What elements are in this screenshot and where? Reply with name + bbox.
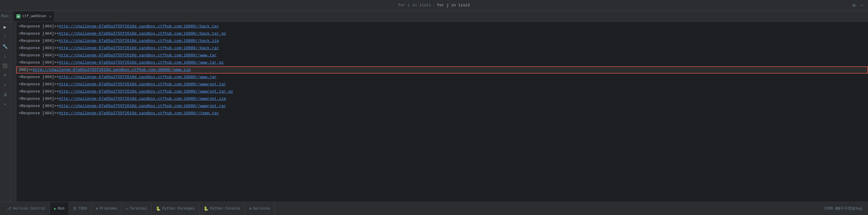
scroll-up-button[interactable]: ↑	[1, 33, 9, 41]
console-line: 200]>+http://challenge-67a05a3755f2610d.…	[16, 66, 868, 74]
bottom-tab-run[interactable]: ▶ Run	[50, 202, 69, 215]
top-breadcrumb-bar: for i in list1 › for j in list2 ⚙ ─	[0, 0, 868, 11]
console-line: <Response [404]>+http://challenge-67a05a…	[16, 45, 868, 52]
console-line: <Response [404]>+http://challenge-67a05a…	[16, 95, 868, 103]
run-tab-close[interactable]: ✕	[49, 14, 51, 19]
response-prefix: <Response [404]>+	[19, 75, 59, 79]
console-line: <Response [404]>+http://challenge-67a05a…	[16, 103, 868, 110]
run-bar: Run: ▶ ctf_webScan ✕	[0, 11, 868, 22]
bottom-tab-problems[interactable]: ⊕ Problems	[92, 202, 121, 215]
console-url-link[interactable]: http://challenge-67a05a3755f2610d.sandbo…	[59, 24, 219, 29]
services-label: Services	[253, 207, 271, 211]
breadcrumb-item-1[interactable]: for i in list1	[398, 3, 431, 7]
console-url-link[interactable]: http://challenge-67a05a3755f2610d.sandbo…	[59, 53, 217, 58]
response-prefix: 200]>+	[19, 68, 33, 72]
console-url-link[interactable]: http://challenge-67a05a3755f2610d.sandbo…	[59, 46, 219, 50]
console-url-link[interactable]: http://challenge-67a05a3755f2610d.sandbo…	[59, 97, 226, 101]
console-line: <Response [404]>+http://challenge-67a05a…	[16, 23, 868, 30]
left-toolbar: ▶ ↑ 🔧 ↓ ⬛ ≡ ⇑ 🖨 ✂	[0, 22, 10, 202]
side-labels: Structure Bookmarks	[10, 22, 16, 202]
bottom-right-text: CSDN @猴子不想改bug	[824, 206, 866, 211]
bottom-tab-python-packages[interactable]: 🐍 Python Packages	[152, 202, 199, 215]
bottom-tab-services[interactable]: ⚙ Services	[245, 202, 275, 215]
console-line: <Response [404]>+http://challenge-67a05a…	[16, 88, 868, 95]
console-url-link[interactable]: http://challenge-67a05a3755f2610d.sandbo…	[59, 82, 226, 86]
console-url-link[interactable]: http://challenge-67a05a3755f2610d.sandbo…	[33, 68, 191, 72]
response-prefix: <Response [404]>+	[19, 31, 59, 36]
terminal-icon: ▭	[126, 206, 128, 211]
run-tab-label: Run	[58, 207, 65, 211]
python-packages-icon: 🐍	[156, 206, 161, 211]
bottom-tab-version-control[interactable]: ⎇ Version Control	[2, 202, 50, 215]
bottom-tab-todo[interactable]: ☰ TODO	[69, 202, 92, 215]
response-prefix: <Response [404]>+	[19, 111, 59, 115]
console-line: <Response [404]>+http://challenge-67a05a…	[16, 74, 868, 81]
response-prefix: <Response [404]>+	[19, 82, 59, 86]
services-icon: ⚙	[249, 206, 252, 211]
console-line: <Response [404]>+http://challenge-67a05a…	[16, 59, 868, 66]
version-control-label: Version Control	[13, 207, 45, 211]
response-prefix: <Response [404]>+	[19, 53, 59, 58]
top-bar-actions: ⚙ ─	[851, 2, 864, 9]
todo-icon: ☰	[73, 206, 77, 211]
console-line: <Response [404]>+http://challenge-67a05a…	[16, 52, 868, 59]
stop-button[interactable]: ⬛	[1, 62, 9, 70]
wrench-button[interactable]: 🔧	[1, 42, 9, 51]
run-button[interactable]: ▶	[1, 23, 9, 31]
main-area: ▶ ↑ 🔧 ↓ ⬛ ≡ ⇑ 🖨 ✂ Structure Bookmarks <R…	[0, 22, 868, 202]
bottom-tab-python-console[interactable]: 🐍 Python Console	[199, 202, 245, 215]
response-prefix: <Response [404]>+	[19, 24, 59, 29]
console-url-link[interactable]: http://challenge-67a05a3755f2610d.sandbo…	[59, 75, 217, 79]
todo-label: TODO	[78, 207, 87, 211]
format-button[interactable]: ≡	[1, 71, 9, 80]
scroll-down-button[interactable]: ↓	[1, 52, 9, 60]
console-url-link[interactable]: http://challenge-67a05a3755f2610d.sandbo…	[59, 60, 224, 65]
console-url-link[interactable]: http://challenge-67a05a3755f2610d.sandbo…	[59, 89, 233, 94]
console-url-link[interactable]: http://challenge-67a05a3755f2610d.sandbo…	[59, 31, 226, 36]
console-output[interactable]: <Response [404]>+http://challenge-67a05a…	[16, 22, 868, 202]
console-line: <Response [404]>+http://challenge-67a05a…	[16, 110, 868, 117]
breadcrumb-sep: ›	[433, 3, 435, 7]
terminal-label: Terminal	[130, 207, 147, 211]
run-label: Run:	[1, 14, 10, 19]
run-tab-ctf-webscan[interactable]: ▶ ctf_webScan ✕	[13, 11, 55, 22]
print-button[interactable]: 🖨	[1, 91, 9, 99]
console-line: <Response [404]>+http://challenge-67a05a…	[16, 37, 868, 45]
breadcrumb-item-2[interactable]: for j in list2	[437, 3, 470, 7]
console-line: <Response [404]>+http://challenge-67a05a…	[16, 30, 868, 37]
run-tab-name: ctf_webScan	[22, 14, 46, 19]
response-prefix: <Response [404]>+	[19, 46, 59, 50]
console-url-link[interactable]: http://challenge-67a05a3755f2610d.sandbo…	[59, 39, 219, 43]
scissors-button[interactable]: ✂	[1, 100, 9, 109]
response-prefix: <Response [404]>+	[19, 39, 59, 43]
breadcrumb: for i in list1 › for j in list2	[398, 3, 470, 7]
problems-icon: ⊕	[96, 206, 98, 211]
minimize-icon[interactable]: ─	[859, 2, 864, 9]
python-packages-label: Python Packages	[162, 207, 195, 211]
console-url-link[interactable]: http://challenge-67a05a3755f2610d.sandbo…	[59, 111, 219, 115]
run-tab-icon: ▶	[16, 14, 21, 19]
bottom-tab-terminal[interactable]: ▭ Terminal	[122, 202, 152, 215]
response-prefix: <Response [404]>+	[19, 104, 59, 108]
python-console-icon: 🐍	[204, 206, 208, 211]
run-icon: ▶	[54, 206, 57, 211]
bottom-bar: ⎇ Version Control ▶ Run ☰ TODO ⊕ Problem…	[0, 202, 868, 215]
version-control-icon: ⎇	[7, 206, 11, 211]
response-prefix: <Response [404]>+	[19, 89, 59, 94]
python-console-label: Python Console	[210, 207, 240, 211]
console-url-link[interactable]: http://challenge-67a05a3755f2610d.sandbo…	[59, 104, 226, 108]
settings-icon[interactable]: ⚙	[851, 2, 857, 9]
response-prefix: <Response [404]>+	[19, 60, 59, 65]
scroll-top-button[interactable]: ⇑	[1, 81, 9, 89]
problems-label: Problems	[100, 207, 117, 211]
console-line: <Response [404]>+http://challenge-67a05a…	[16, 81, 868, 88]
response-prefix: <Response [404]>+	[19, 97, 59, 101]
